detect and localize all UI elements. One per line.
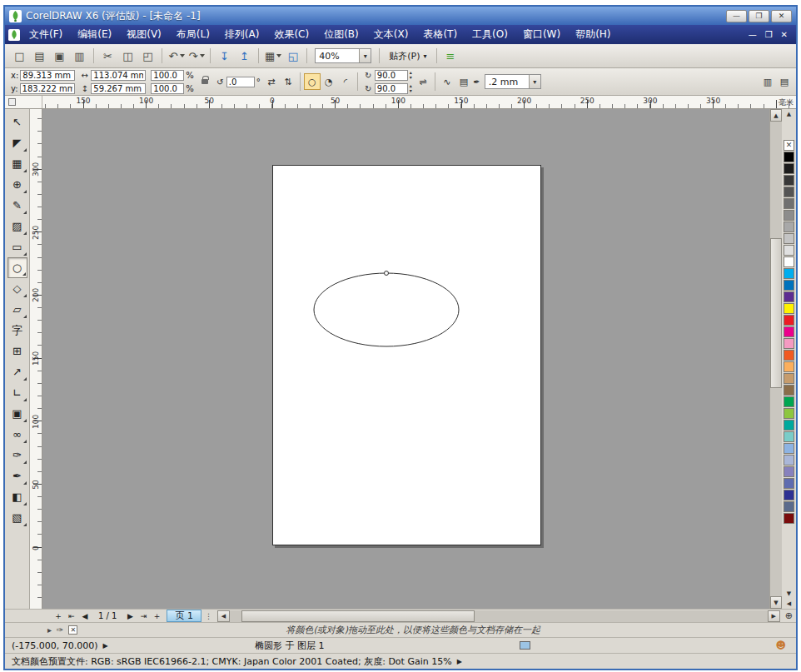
color-swatch[interactable]	[784, 256, 794, 267]
lock-ratio-button[interactable]	[197, 73, 213, 90]
minimize-button[interactable]: —	[726, 10, 747, 22]
color-swatch[interactable]	[784, 478, 794, 489]
color-swatch[interactable]	[784, 210, 794, 221]
color-swatch[interactable]	[784, 315, 794, 326]
edit-fill-button[interactable]: ▤	[776, 73, 793, 90]
zoom-tool[interactable]: ⊕	[7, 174, 27, 195]
color-swatch[interactable]	[784, 245, 794, 256]
scroll-up-button[interactable]: ▲	[770, 109, 782, 122]
color-swatch[interactable]	[784, 361, 794, 372]
next-page-button[interactable]: ▶	[123, 610, 137, 622]
arc-mode-button[interactable]: ◜	[337, 73, 354, 90]
scale-h-input[interactable]	[151, 70, 184, 81]
width-input[interactable]	[91, 70, 146, 81]
color-swatch[interactable]	[784, 420, 794, 431]
x-position-input[interactable]	[20, 70, 75, 81]
y-position-input[interactable]	[20, 83, 75, 94]
fill-tool[interactable]: ◧	[7, 486, 27, 507]
color-swatch[interactable]	[784, 431, 794, 442]
end-angle-input[interactable]	[375, 83, 408, 94]
scroll-right-button[interactable]: ▶	[768, 610, 780, 622]
color-swatch[interactable]	[784, 373, 794, 384]
pie-mode-button[interactable]: ◔	[321, 73, 337, 90]
color-swatch[interactable]	[784, 163, 794, 174]
sign-in-person-icon[interactable]: ☻	[775, 640, 786, 651]
outline-width-combo[interactable]: .2 mm ▾	[485, 74, 541, 89]
wrap-text-button[interactable]: ▤	[455, 73, 472, 90]
page-tab[interactable]: 页 1	[167, 610, 201, 622]
palette-scroll-down-button[interactable]: ▼	[784, 589, 794, 599]
ellipse-mode-button[interactable]: ○	[304, 73, 321, 90]
color-swatch[interactable]	[784, 303, 794, 314]
chevron-down-icon[interactable]: ▾	[529, 75, 540, 88]
new-document-button[interactable]: □	[10, 47, 29, 65]
splitter-grip[interactable]: ⋮	[201, 612, 216, 620]
no-color-swatch[interactable]: ✕	[784, 140, 794, 151]
menu-item[interactable]: 帮助(H)	[568, 26, 618, 43]
vertical-scrollbar[interactable]: ▲ ▼	[769, 109, 782, 609]
vertical-ruler[interactable]: 300250200150100500	[30, 109, 42, 609]
zoom-tool-icon[interactable]: ⊕	[782, 610, 796, 621]
color-swatch[interactable]	[784, 152, 794, 162]
eyedropper-tool[interactable]: ✑	[7, 445, 27, 465]
menu-item[interactable]: 位图(B)	[316, 26, 366, 43]
horizontal-scroll-thumb[interactable]	[241, 610, 475, 622]
color-swatch[interactable]	[784, 490, 794, 500]
profile-expander-icon[interactable]: ▶	[452, 658, 467, 665]
menu-item[interactable]: 效果(C)	[266, 26, 316, 43]
cut-button[interactable]: ✂	[98, 47, 117, 65]
scroll-down-button[interactable]: ▼	[770, 596, 782, 609]
polygon-tool[interactable]: ◇	[7, 278, 27, 299]
export-button[interactable]: ↥	[235, 47, 254, 65]
status-expander-icon[interactable]: ▶	[98, 642, 113, 650]
color-swatch[interactable]	[784, 501, 794, 512]
add-page-button[interactable]: +	[150, 610, 163, 622]
freehand-tool[interactable]: ✎	[7, 195, 27, 216]
print-button[interactable]: ▥	[70, 47, 89, 65]
color-swatch[interactable]	[784, 233, 794, 244]
text-tool[interactable]: 字	[7, 320, 27, 341]
ellipse-tool[interactable]: ○	[7, 257, 27, 278]
table-tool[interactable]: ⊞	[7, 341, 27, 361]
menu-item[interactable]: 文本(X)	[366, 26, 416, 43]
menu-item[interactable]: 视图(V)	[119, 26, 169, 43]
menu-item[interactable]: 窗口(W)	[515, 26, 568, 43]
horizontal-scroll-track[interactable]	[230, 610, 768, 622]
snap-to-dropdown[interactable]: 贴齐(P) ▾	[384, 50, 431, 62]
copy-button[interactable]: ◫	[118, 47, 137, 65]
save-button[interactable]: ▣	[50, 47, 69, 65]
previous-page-button[interactable]: ◀	[78, 610, 92, 622]
convert-to-curves-button[interactable]: ∿	[439, 73, 455, 90]
connector-tool[interactable]: ∟	[7, 382, 27, 403]
horizontal-ruler[interactable]: 15010050050100150200250300350 毫米	[42, 96, 796, 108]
color-swatch[interactable]	[784, 350, 794, 361]
interactive-fill-tool[interactable]: ▧	[7, 507, 27, 528]
color-swatch[interactable]	[784, 396, 794, 407]
start-angle-input[interactable]	[375, 70, 408, 81]
welcome-screen-button[interactable]: ◱	[283, 47, 302, 65]
vertical-scroll-thumb[interactable]	[770, 238, 782, 388]
add-page-button[interactable]: +	[52, 610, 65, 622]
pick-tool[interactable]: ↖	[7, 112, 27, 132]
arc-direction-button[interactable]: ⇌	[415, 73, 431, 90]
rectangle-tool[interactable]: ▭	[7, 236, 27, 257]
ellipse-shape[interactable]	[273, 166, 542, 546]
drop-shadow-tool[interactable]: ▣	[7, 403, 27, 424]
redo-button[interactable]: ↷	[187, 47, 206, 65]
color-swatch[interactable]	[784, 291, 794, 302]
start-angle-spinner[interactable]: ▴▾	[410, 70, 412, 80]
options-button[interactable]: ≡	[441, 47, 460, 65]
color-swatch[interactable]	[784, 326, 794, 337]
maximize-button[interactable]: ❐	[749, 10, 769, 22]
menu-item[interactable]: 编辑(E)	[70, 26, 119, 43]
paste-button[interactable]: ◰	[138, 47, 157, 65]
menu-item[interactable]: 工具(O)	[465, 26, 515, 43]
last-page-button[interactable]: ⇥	[137, 610, 150, 622]
eyedropper-icon[interactable]: ✑	[54, 625, 66, 635]
document-no-color-swatch[interactable]: ✕	[68, 625, 77, 635]
menu-item[interactable]: 表格(T)	[415, 26, 465, 43]
color-swatch[interactable]	[784, 187, 794, 197]
color-swatch[interactable]	[784, 222, 794, 232]
menu-item[interactable]: 布局(L)	[169, 26, 217, 43]
blend-tool[interactable]: ∞	[7, 424, 27, 445]
